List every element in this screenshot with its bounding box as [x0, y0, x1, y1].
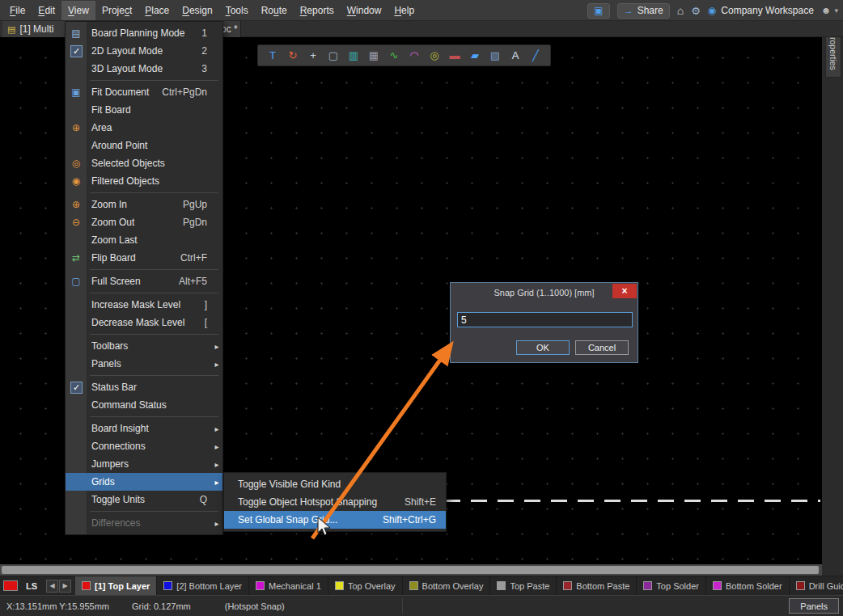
layer-tab-top-paste[interactable]: Top Paste: [490, 576, 557, 595]
menu-item-board-insight[interactable]: Board Insight▸: [66, 420, 222, 437]
menu-file[interactable]: File: [3, 1, 32, 20]
settings-gear-icon[interactable]: ⚙: [691, 5, 701, 17]
layer-tab-bottom-solder[interactable]: Bottom Solder: [706, 576, 790, 595]
fill-tool-icon[interactable]: ▰: [468, 45, 482, 65]
dialog-title: Snap Grid (1..1000) [mm]: [451, 283, 638, 302]
layer-tab-top-overlay[interactable]: Top Overlay: [328, 576, 403, 595]
dimension-tool-icon[interactable]: ▥: [346, 45, 361, 65]
menu-item-board-planning-mode[interactable]: ▤Board Planning Mode1: [66, 24, 222, 42]
altium365-button[interactable]: ▣: [587, 3, 609, 19]
menu-window[interactable]: Window: [341, 1, 388, 20]
menu-item-status-bar[interactable]: ✓Status Bar: [66, 378, 222, 396]
component-tool-icon[interactable]: ▬: [447, 45, 462, 65]
user-menu-button[interactable]: ☻ ▾: [821, 5, 838, 16]
text-tool-icon[interactable]: A: [508, 45, 523, 65]
menu-item-around-point[interactable]: Around Point: [66, 137, 222, 154]
menu-item-zoom-out[interactable]: ⊖Zoom OutPgDn: [66, 213, 222, 231]
layer-tab-bottom-paste[interactable]: Bottom Paste: [557, 576, 637, 595]
menu-item-toggle-units[interactable]: Toggle UnitsQ: [66, 491, 222, 508]
menu-item-3d-layout-mode[interactable]: 3D Layout Mode3: [66, 60, 222, 78]
grids-submenu: Toggle Visible Grid KindToggle Object Ho…: [223, 472, 447, 532]
submenu-item-label: Set Global Snap Grid...: [238, 514, 337, 525]
menu-item-zoom-last[interactable]: Zoom Last: [66, 231, 222, 249]
menu-item-full-screen[interactable]: ▢Full ScreenAlt+F5: [66, 272, 222, 290]
layer-tab-bottom-overlay[interactable]: Bottom Overlay: [403, 576, 491, 595]
menu-view[interactable]: View: [61, 1, 95, 20]
arc-tool-icon[interactable]: ◠: [407, 45, 422, 65]
via-tool-icon[interactable]: ◎: [427, 45, 442, 65]
submenu-item-toggle-visible-grid-kind[interactable]: Toggle Visible Grid Kind: [224, 475, 446, 493]
interactive-route-tool-icon[interactable]: ∿: [387, 45, 401, 65]
menu-item-flip-board[interactable]: ⇄Flip BoardCtrl+F: [66, 249, 222, 267]
menu-item-grids[interactable]: Grids▸: [66, 473, 222, 491]
layer-tab-drill-guide[interactable]: Drill Guide: [790, 576, 843, 595]
workspace-button[interactable]: ◉ Company Workspace: [708, 5, 814, 16]
menu-item-selected-objects[interactable]: ◎Selected Objects: [66, 154, 222, 172]
menu-separator: [66, 78, 222, 83]
menu-item-jumpers[interactable]: Jumpers▸: [66, 455, 222, 473]
layer-tab-label: Top Overlay: [348, 581, 396, 591]
user-avatar-icon: ☻: [821, 5, 832, 16]
share-button[interactable]: → Share: [617, 3, 670, 19]
menu-place[interactable]: Place: [138, 1, 176, 20]
menu-item-zoom-in[interactable]: ⊕Zoom InPgUp: [66, 196, 222, 213]
horizontal-scrollbar[interactable]: [0, 564, 822, 576]
menu-item-label: Connections: [91, 441, 146, 452]
menu-item-differences[interactable]: Differences▸: [66, 514, 222, 532]
horizontal-scrollbar-thumb[interactable]: [2, 566, 819, 574]
selection-area-tool-icon[interactable]: ▢: [326, 45, 341, 65]
menu-route[interactable]: Route: [255, 1, 294, 20]
layer-tab-1-top-layer[interactable]: [1] Top Layer: [75, 576, 157, 595]
menu-item-shortcut: ]: [205, 299, 211, 310]
layer-color-swatch: [82, 581, 91, 590]
menu-reports[interactable]: Reports: [294, 1, 341, 20]
ok-button[interactable]: OK: [516, 340, 570, 355]
menu-design[interactable]: Design: [176, 1, 218, 20]
line-tool-icon[interactable]: ╱: [528, 45, 543, 65]
submenu-item-toggle-object-hotspot-snapping[interactable]: Toggle Object Hotspot SnappingShift+E: [224, 493, 446, 511]
menu-item-area[interactable]: ⊕Area: [66, 119, 222, 137]
pad-array-tool-icon[interactable]: ▦: [366, 45, 381, 65]
layer-tab-top-solder[interactable]: Top Solder: [637, 576, 706, 595]
cancel-button[interactable]: Cancel: [575, 340, 629, 355]
layer-tab-label: Drill Guide: [809, 581, 843, 591]
menu-item-label: Board Planning Mode: [91, 27, 184, 39]
layer-color-swatch: [796, 581, 805, 590]
layer-color-swatch: [409, 581, 418, 590]
scroll-layers-right-button[interactable]: ▶: [59, 580, 71, 593]
menu-item-shortcut: 1: [201, 27, 211, 39]
dialog-close-button[interactable]: ×: [612, 284, 637, 298]
menu-item-panels[interactable]: Panels▸: [66, 355, 222, 373]
menu-help[interactable]: Help: [388, 1, 421, 20]
menu-item-2d-layout-mode[interactable]: ✓2D Layout Mode2: [66, 42, 222, 60]
pcb-document-icon: ▤: [7, 24, 15, 35]
menu-item-label: Flip Board: [91, 252, 136, 264]
zoom-selected-objects-icon: ◎: [67, 158, 85, 169]
menu-item-fit-document[interactable]: ▣Fit DocumentCtrl+PgDn: [66, 83, 222, 101]
net-tool-icon[interactable]: ↻: [286, 45, 300, 65]
layer-tab-mechanical-1[interactable]: Mechanical 1: [249, 576, 328, 595]
menu-item-fit-board[interactable]: Fit Board: [66, 101, 222, 119]
menu-item-command-status[interactable]: Command Status: [66, 396, 222, 414]
polygon-tool-icon[interactable]: ▧: [488, 45, 502, 65]
snap-grid-input[interactable]: [457, 312, 633, 327]
home-icon[interactable]: ⌂: [677, 4, 684, 17]
menu-item-decrease-mask-level[interactable]: Decrease Mask Level[: [66, 314, 222, 331]
panels-button[interactable]: Panels: [789, 598, 839, 614]
layer-tab-label: Bottom Overlay: [422, 581, 484, 591]
menu-tools[interactable]: Tools: [219, 1, 255, 20]
menu-item-label: Fit Document: [91, 86, 149, 98]
scroll-layers-left-button[interactable]: ◀: [46, 580, 58, 593]
layer-tab-label: Top Paste: [510, 581, 549, 591]
menu-edit[interactable]: Edit: [32, 1, 61, 20]
layer-tab-2-bottom-layer[interactable]: [2] Bottom Layer: [157, 576, 249, 595]
select-tool-icon[interactable]: T: [265, 45, 280, 65]
menu-item-toolbars[interactable]: Toolbars▸: [66, 337, 222, 355]
layer-sets-button[interactable]: LS: [21, 576, 42, 595]
menu-item-connections[interactable]: Connections▸: [66, 437, 222, 455]
origin-tool-icon[interactable]: +: [306, 45, 320, 65]
menu-item-increase-mask-level[interactable]: Increase Mask Level]: [66, 296, 222, 314]
submenu-item-set-global-snap-grid[interactable]: Set Global Snap Grid...Shift+Ctrl+G: [224, 511, 446, 529]
menu-project[interactable]: Project: [95, 1, 138, 20]
menu-item-filtered-objects[interactable]: ◉Filtered Objects: [66, 172, 222, 190]
